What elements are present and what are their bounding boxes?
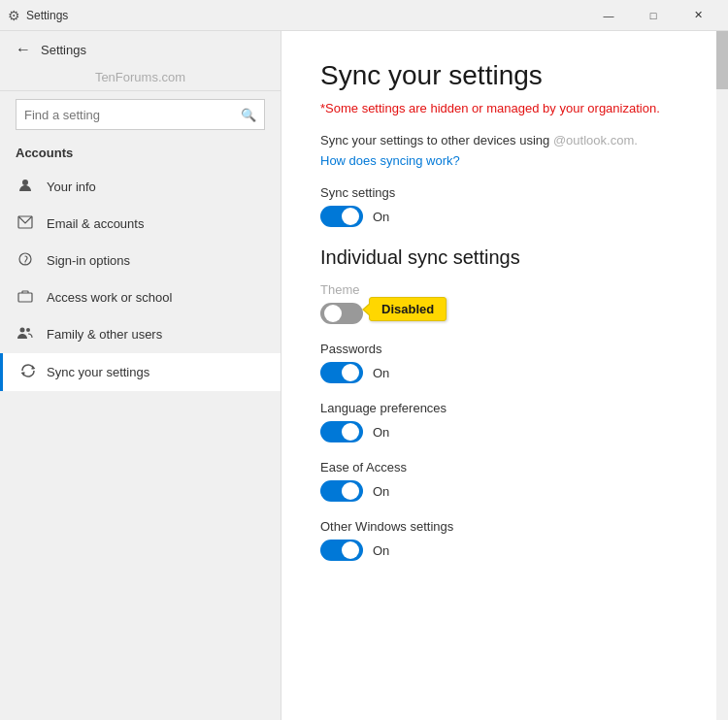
svg-rect-3 (18, 293, 32, 302)
page-title: Sync your settings (320, 60, 689, 91)
sidebar-item-label-work: Access work or school (47, 290, 172, 305)
org-warning: *Some settings are hidden or managed by … (320, 101, 689, 115)
settings-icon: ⚙ (8, 8, 20, 23)
sidebar-item-sign-in[interactable]: Sign-in options (0, 242, 281, 279)
other-toggle[interactable] (320, 540, 363, 561)
language-toggle-knob (342, 423, 359, 441)
title-bar-controls: — □ ✕ (586, 0, 720, 31)
svg-point-2 (19, 253, 31, 265)
ease-toggle-knob (342, 482, 359, 500)
language-toggle-row: On (320, 421, 689, 442)
sidebar-item-label-email: Email & accounts (47, 216, 144, 231)
app-body: ← Settings TenForums.com 🔍 Accounts Your… (0, 31, 728, 720)
sync-account-text: Sync your settings to other devices usin… (320, 133, 689, 147)
theme-row: Theme Disabled Off (320, 282, 689, 324)
ease-toggle[interactable] (320, 480, 363, 502)
maximize-button[interactable]: □ (631, 0, 676, 31)
passwords-label: Passwords (320, 342, 689, 356)
scrollbar-thumb[interactable] (716, 31, 728, 89)
sync-settings-row: Sync settings On (320, 185, 689, 227)
toggle-knob (342, 208, 359, 225)
language-row: Language preferences On (320, 401, 689, 442)
sidebar-item-label-signin: Sign-in options (47, 253, 130, 268)
close-button[interactable]: ✕ (676, 0, 720, 31)
search-box[interactable]: 🔍 (16, 99, 265, 130)
passwords-toggle[interactable] (320, 362, 363, 383)
language-state: On (373, 425, 389, 440)
other-label: Other Windows settings (320, 519, 689, 534)
svg-point-4 (20, 328, 25, 333)
search-input[interactable] (24, 108, 241, 122)
theme-toggle-knob (324, 305, 342, 322)
work-icon (16, 289, 35, 306)
ease-state: On (373, 484, 389, 499)
sidebar-item-work-school[interactable]: Access work or school (0, 279, 281, 315)
sync-settings-toggle[interactable] (320, 206, 363, 227)
family-icon (16, 325, 35, 344)
sidebar-item-label-sync: Sync your settings (47, 365, 149, 379)
sidebar-item-email-accounts[interactable]: Email & accounts (0, 206, 281, 242)
back-arrow-icon: ← (16, 41, 31, 58)
title-bar-title: Settings (26, 9, 586, 22)
other-state: On (373, 543, 389, 558)
language-toggle[interactable] (320, 421, 363, 442)
svg-point-0 (22, 180, 28, 185)
back-label: Settings (41, 43, 86, 57)
ease-label: Ease of Access (320, 460, 689, 475)
theme-toggle (320, 303, 363, 324)
passwords-row: Passwords On (320, 342, 689, 383)
other-toggle-knob (342, 541, 359, 559)
ease-row: Ease of Access On (320, 460, 689, 502)
passwords-state: On (373, 366, 389, 380)
sync-settings-label: Sync settings (320, 185, 689, 200)
theme-toggle-row: Disabled Off (320, 303, 689, 324)
sidebar-item-sync[interactable]: Sync your settings (0, 353, 281, 391)
ease-toggle-row: On (320, 480, 689, 502)
sidebar-item-label-family: Family & other users (47, 327, 162, 342)
search-icon: 🔍 (241, 108, 256, 122)
email-icon (16, 215, 35, 232)
sync-settings-toggle-row: On (320, 206, 689, 227)
passwords-toggle-row: On (320, 362, 689, 383)
sign-in-icon (16, 251, 35, 270)
sidebar-section-label: Accounts (0, 142, 281, 168)
title-bar: ⚙ Settings — □ ✕ (0, 0, 728, 31)
sidebar-item-label-your-info: Your info (47, 180, 96, 194)
sync-settings-state: On (373, 210, 389, 224)
sync-icon (18, 363, 38, 381)
passwords-toggle-knob (342, 364, 359, 381)
your-info-icon (16, 178, 35, 196)
language-label: Language preferences (320, 401, 689, 415)
individual-section-title: Individual sync settings (320, 246, 689, 269)
other-toggle-row: On (320, 540, 689, 561)
svg-point-5 (26, 328, 30, 332)
main-content: Sync your settings *Some settings are hi… (281, 31, 728, 720)
minimize-button[interactable]: — (586, 0, 631, 31)
other-row: Other Windows settings On (320, 519, 689, 561)
watermark: TenForums.com (0, 68, 281, 91)
back-button[interactable]: ← Settings (0, 31, 281, 68)
sidebar-item-family[interactable]: Family & other users (0, 315, 281, 353)
theme-label: Theme (320, 282, 689, 297)
sidebar-item-your-info[interactable]: Your info (0, 168, 281, 206)
account-email: @outlook.com. (553, 133, 638, 147)
scrollbar-track[interactable] (716, 31, 728, 720)
how-syncing-link[interactable]: How does syncing work? (320, 153, 460, 168)
theme-toggle-wrapper: Disabled (320, 303, 363, 324)
sidebar: ← Settings TenForums.com 🔍 Accounts Your… (0, 31, 281, 720)
disabled-tooltip: Disabled (369, 297, 447, 321)
